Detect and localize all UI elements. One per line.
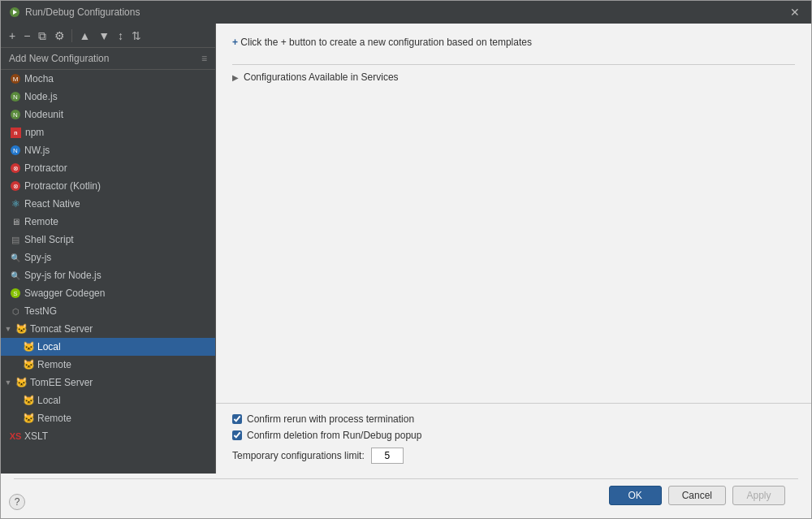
tree-item-protractor-kotlin-label: Protractor (Kotlin)	[24, 180, 101, 192]
nodejs-icon: N	[11, 92, 20, 102]
help-button[interactable]: ?	[9, 494, 25, 510]
spy-js-icon: 🔍	[11, 253, 20, 262]
collapsible-label: Configurations Available in Services	[244, 71, 399, 83]
temp-config-input[interactable]	[371, 448, 404, 464]
button-bar: OK Cancel Apply	[14, 478, 798, 512]
confirm-rerun-checkbox[interactable]	[232, 414, 242, 424]
ok-button[interactable]: OK	[609, 486, 662, 505]
tree-item-xslt-label: XSLT	[24, 430, 48, 442]
tree-item-swagger-label: Swagger Codegen	[24, 288, 105, 299]
npm-icon: n	[11, 128, 21, 138]
tree-item-xslt[interactable]: XS XSLT	[1, 427, 215, 445]
close-button[interactable]: ✕	[787, 6, 803, 19]
sort-button[interactable]: ⇅	[128, 28, 145, 43]
tree-item-testng[interactable]: ⬡ TestNG	[1, 302, 215, 320]
tree-item-spy-js[interactable]: 🔍 Spy-js	[1, 249, 215, 266]
tree-item-tomcat-remote[interactable]: 🐱 Remote	[1, 356, 215, 374]
spy-js-node-icon: 🔍	[11, 270, 20, 280]
apply-button[interactable]: Apply	[732, 486, 785, 505]
bottom-section: Confirm rerun with process termination C…	[216, 403, 811, 474]
tree-item-tomcat-local[interactable]: 🐱 Local	[1, 338, 215, 356]
tree-item-nodejs[interactable]: N Node.js	[1, 88, 215, 106]
tree-item-spy-js-label: Spy-js	[24, 252, 51, 263]
tree-item-npm[interactable]: n npm	[1, 123, 215, 141]
tree-item-tomcat-local-label: Local	[37, 341, 61, 352]
collapsible-header[interactable]: ▶ Configurations Available in Services	[232, 65, 795, 89]
tomee-server-icon: 🐱	[16, 378, 26, 387]
tree-item-mocha[interactable]: M Mocha	[1, 70, 215, 88]
remove-config-button[interactable]: −	[20, 28, 33, 43]
move-button[interactable]: ↕	[114, 28, 127, 43]
copy-config-button[interactable]: ⧉	[35, 28, 50, 43]
main-content: + − ⧉ ⚙ ▲ ▼ ↕ ⇅ Add New Configuration ≡ …	[1, 24, 811, 474]
tree-item-protractor-kotlin[interactable]: ⊗ Protractor (Kotlin)	[1, 177, 215, 195]
dialog-icon	[9, 6, 20, 18]
tomee-local-icon: 🐱	[24, 396, 33, 405]
tree-group-tomcat[interactable]: ▼ 🐱 Tomcat Server	[1, 320, 215, 338]
right-header: + Click the + button to create a new con…	[216, 24, 811, 56]
tomcat-server-icon: 🐱	[16, 324, 26, 334]
move-down-button[interactable]: ▼	[95, 28, 113, 43]
tree-item-nodeunit-label: Nodeunit	[24, 109, 63, 120]
left-panel: + − ⧉ ⚙ ▲ ▼ ↕ ⇅ Add New Configuration ≡ …	[1, 24, 216, 474]
tree-item-tomee-local[interactable]: 🐱 Local	[1, 391, 215, 409]
tree-item-nwjs[interactable]: N NW.js	[1, 141, 215, 159]
toolbar-separator-1	[71, 29, 72, 42]
tree-item-testng-label: TestNG	[24, 305, 57, 317]
tree-item-protractor-label: Protractor	[24, 162, 67, 174]
protractor-kotlin-icon: ⊗	[11, 181, 20, 191]
toolbar: + − ⧉ ⚙ ▲ ▼ ↕ ⇅	[1, 24, 215, 48]
shell-script-icon: ▤	[11, 235, 20, 244]
cancel-button[interactable]: Cancel	[668, 486, 726, 505]
mocha-icon: M	[11, 74, 20, 84]
tree-item-remote[interactable]: 🖥 Remote	[1, 213, 215, 231]
testng-icon: ⬡	[11, 306, 20, 316]
tomee-remote-icon: 🐱	[24, 413, 33, 423]
tree-item-tomcat-remote-label: Remote	[37, 359, 71, 370]
tree-item-remote-label: Remote	[24, 216, 58, 227]
temp-config-label: Temporary configurations limit:	[232, 450, 365, 461]
title-bar: Run/Debug Configurations ✕	[1, 1, 811, 24]
tree-group-tomee[interactable]: ▼ 🐱 TomEE Server	[1, 374, 215, 391]
dialog-title: Run/Debug Configurations	[25, 6, 140, 18]
confirm-deletion-row: Confirm deletion from Run/Debug popup	[232, 430, 795, 441]
right-body: ▶ Configurations Available in Services	[216, 56, 811, 403]
tree-group-tomee-label: TomEE Server	[30, 377, 93, 388]
tree-item-swagger[interactable]: S Swagger Codegen	[1, 284, 215, 302]
tree-item-react-native[interactable]: ⚛ React Native	[1, 195, 215, 213]
xslt-icon: XS	[11, 431, 20, 441]
remote-icon: 🖥	[11, 217, 20, 227]
tree-item-protractor[interactable]: ⊗ Protractor	[1, 159, 215, 177]
tomcat-remote-icon: 🐱	[24, 360, 33, 370]
chevron-right-icon: ▶	[232, 73, 239, 82]
tree-item-npm-label: npm	[25, 127, 44, 138]
tomcat-local-icon: 🐱	[24, 342, 33, 352]
confirm-deletion-checkbox[interactable]	[232, 430, 242, 440]
tree-item-spy-js-node[interactable]: 🔍 Spy-js for Node.js	[1, 266, 215, 284]
tree-item-nodeunit[interactable]: N Nodeunit	[1, 106, 215, 123]
tree-item-shell-script[interactable]: ▤ Shell Script	[1, 231, 215, 249]
tree-group-tomcat-label: Tomcat Server	[30, 323, 93, 335]
settings-config-button[interactable]: ⚙	[51, 28, 68, 43]
title-bar-left: Run/Debug Configurations	[9, 6, 140, 18]
footer-row: ? OK Cancel Apply	[1, 474, 811, 518]
confirm-deletion-label: Confirm deletion from Run/Debug popup	[247, 430, 421, 441]
nwjs-icon: N	[11, 145, 20, 155]
tree-area: M Mocha N Node.js N Nodeunit n npm N N	[1, 70, 215, 474]
collapsible-section: ▶ Configurations Available in Services	[232, 64, 795, 89]
run-debug-dialog: Run/Debug Configurations ✕ + − ⧉ ⚙ ▲ ▼ ↕…	[0, 0, 812, 519]
filter-icon[interactable]: ≡	[201, 53, 207, 64]
confirm-rerun-label: Confirm rerun with process termination	[247, 413, 414, 425]
add-new-config-label: Add New Configuration	[9, 53, 109, 64]
add-config-button[interactable]: +	[6, 28, 19, 43]
tree-item-mocha-label: Mocha	[24, 73, 54, 84]
swagger-icon: S	[11, 288, 20, 298]
add-new-config-header: Add New Configuration ≡	[1, 48, 215, 70]
tree-item-tomee-remote[interactable]: 🐱 Remote	[1, 409, 215, 427]
tree-item-spy-js-node-label: Spy-js for Node.js	[24, 270, 102, 281]
react-native-icon: ⚛	[11, 199, 20, 209]
header-plus-symbol: +	[232, 37, 238, 48]
tree-item-nwjs-label: NW.js	[24, 145, 50, 156]
move-up-button[interactable]: ▲	[76, 28, 93, 43]
tree-item-shell-script-label: Shell Script	[24, 234, 74, 245]
